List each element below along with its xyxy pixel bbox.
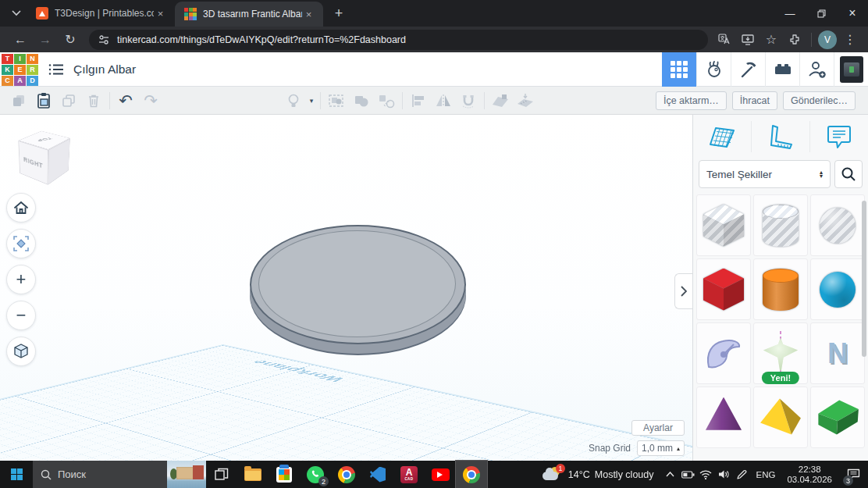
- shape-scribble[interactable]: [696, 322, 751, 384]
- undo-button[interactable]: ↶: [113, 90, 138, 112]
- language-indicator[interactable]: ENG: [751, 470, 781, 479]
- brick-icon: [773, 60, 793, 79]
- shape-sphere-hole[interactable]: [810, 194, 865, 256]
- disc-object[interactable]: [250, 225, 466, 356]
- taskbar-app-vscode[interactable]: [362, 461, 393, 488]
- wifi-indicator[interactable]: [697, 461, 715, 488]
- home-view-button[interactable]: [6, 193, 36, 223]
- taskbar-app-autocad[interactable]: ACAD: [393, 461, 425, 488]
- tab-printables[interactable]: T3Design | Printables.com ×: [27, 0, 175, 27]
- design-grid-button[interactable]: [662, 52, 696, 87]
- extensions-icon[interactable]: [784, 30, 805, 50]
- reload-button[interactable]: ↻: [60, 30, 80, 50]
- weather-widget[interactable]: 1 14°C Mostly cloudy: [535, 461, 661, 488]
- back-button[interactable]: ←: [10, 30, 30, 50]
- duplicate-button[interactable]: [56, 90, 81, 112]
- ruler-helper-button[interactable]: [751, 121, 809, 152]
- view-cube[interactable]: TOP RIGHT: [11, 121, 73, 183]
- viewport-canvas[interactable]: Workplane TOP RIGHT: [0, 115, 692, 461]
- profile-avatar[interactable]: V: [818, 30, 837, 49]
- taskbar-app-chrome-active[interactable]: [456, 461, 487, 488]
- shape-cylinder[interactable]: [753, 258, 808, 320]
- show-hide-button[interactable]: [281, 90, 306, 112]
- taskbar-search[interactable]: Поиск: [33, 461, 167, 488]
- tray-expand-button[interactable]: [661, 461, 679, 488]
- show-hide-dropdown[interactable]: ▾: [306, 97, 317, 105]
- taskbar-app-store[interactable]: [269, 461, 300, 488]
- shape-text[interactable]: N: [810, 322, 865, 384]
- site-info-icon[interactable]: [98, 34, 109, 45]
- minimize-button[interactable]: —: [774, 0, 806, 27]
- fit-view-button[interactable]: [6, 229, 36, 258]
- pen-indicator[interactable]: [733, 461, 751, 488]
- shape-search-button[interactable]: [834, 160, 863, 188]
- shape-box[interactable]: [696, 258, 751, 320]
- shape-top[interactable]: Yeni!: [753, 322, 808, 384]
- design-title[interactable]: Çılgın Albar: [73, 62, 136, 77]
- grid-settings-button[interactable]: Ayarlar: [631, 420, 685, 436]
- collaborate-button[interactable]: [799, 52, 834, 87]
- print-button[interactable]: [834, 52, 868, 87]
- zoom-in-button[interactable]: +: [6, 265, 36, 294]
- task-view-button[interactable]: [206, 461, 237, 488]
- import-button[interactable]: İçe aktarm…: [656, 91, 727, 110]
- taskbar-app-explorer[interactable]: [237, 461, 269, 488]
- tab-close-icon[interactable]: ×: [302, 8, 315, 21]
- bookmark-star-icon[interactable]: ☆: [761, 30, 781, 50]
- bricks-button[interactable]: [765, 52, 799, 87]
- volume-indicator[interactable]: [715, 461, 733, 488]
- clock[interactable]: 22:38 03.04.2026: [781, 465, 838, 485]
- restore-button[interactable]: [806, 0, 837, 27]
- mirror-button[interactable]: [431, 90, 456, 112]
- minecraft-button[interactable]: [731, 52, 765, 87]
- shape-category-select[interactable]: Temel Şekiller ▴▾: [699, 160, 831, 188]
- tab-search-button[interactable]: [6, 3, 27, 23]
- shape-cylinder-hole[interactable]: [753, 194, 808, 256]
- url-bar[interactable]: tinkercad.com/things/dTeDwAIYKpQ/edit?re…: [89, 30, 708, 50]
- taskbar-app-whatsapp[interactable]: 2: [300, 461, 331, 488]
- marquee-select-button[interactable]: [324, 90, 349, 112]
- panel-scrollbar[interactable]: [862, 201, 866, 357]
- shape-pyramid[interactable]: [753, 386, 808, 448]
- tab-tinkercad[interactable]: 3D tasarım Frantic Albar - Tinke ×: [175, 2, 323, 27]
- tab-close-icon[interactable]: ×: [154, 7, 167, 20]
- shape-cone[interactable]: [696, 386, 751, 448]
- workplane-tool-button[interactable]: [488, 90, 513, 112]
- shape-sphere[interactable]: [810, 258, 865, 320]
- ungroup-button[interactable]: [374, 90, 399, 112]
- translate-icon[interactable]: [714, 30, 735, 50]
- taskbar-app-youtube[interactable]: [425, 461, 456, 488]
- snap-magnet-button[interactable]: [456, 90, 481, 112]
- notification-center-button[interactable]: 3: [838, 461, 868, 488]
- send-button[interactable]: Gönderilec…: [783, 91, 856, 110]
- panel-collapse-button[interactable]: [674, 273, 692, 309]
- sim-lab-button[interactable]: [696, 52, 731, 87]
- printables-favicon: [36, 7, 48, 20]
- start-button[interactable]: [0, 461, 33, 488]
- forward-button[interactable]: →: [35, 30, 55, 50]
- shape-box-hole[interactable]: [696, 194, 751, 256]
- zoom-out-button[interactable]: −: [6, 301, 36, 330]
- export-button[interactable]: İhracat: [732, 91, 777, 110]
- taskbar-app-chrome[interactable]: [331, 461, 362, 488]
- delete-button[interactable]: [81, 90, 106, 112]
- paste-button[interactable]: [31, 90, 56, 112]
- new-tab-button[interactable]: +: [328, 2, 350, 24]
- close-window-button[interactable]: ×: [837, 0, 868, 27]
- group-button[interactable]: [349, 90, 374, 112]
- redo-button[interactable]: ↷: [138, 90, 163, 112]
- browser-menu-icon[interactable]: ⋮: [840, 30, 860, 50]
- design-menu-icon[interactable]: [48, 63, 64, 76]
- perspective-toggle-button[interactable]: [6, 337, 36, 366]
- notes-button[interactable]: [809, 121, 868, 152]
- snap-grid-select[interactable]: 1,0 mm ▴: [637, 440, 685, 456]
- workplane-helper-button[interactable]: [693, 121, 751, 152]
- tinkercad-logo[interactable]: TIN KER CAD: [1, 53, 37, 86]
- install-app-icon[interactable]: [738, 30, 758, 50]
- ruler-tool-button[interactable]: [513, 90, 538, 112]
- battery-indicator[interactable]: [679, 461, 697, 488]
- widgets-button[interactable]: [167, 461, 206, 488]
- shape-roof[interactable]: [810, 386, 865, 448]
- copy-button[interactable]: [6, 90, 31, 112]
- align-button[interactable]: [406, 90, 431, 112]
